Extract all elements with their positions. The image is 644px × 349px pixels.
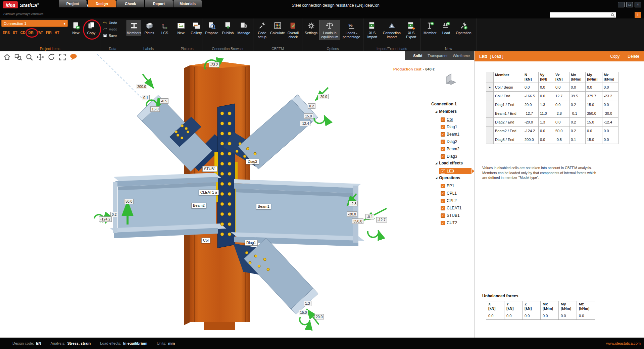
zoom-fit-button[interactable] [58, 53, 67, 61]
info-button[interactable]: i [635, 12, 641, 18]
expander-icon[interactable]: ◢ [435, 162, 437, 165]
new-operation-button[interactable]: Operation [454, 20, 473, 36]
tree-item-le3-selected[interactable]: ✓LE3 [439, 168, 472, 174]
orientation-cube-icon[interactable] [442, 72, 458, 86]
home-view-button[interactable] [3, 53, 11, 61]
code-fir[interactable]: FIR [46, 31, 52, 35]
load-table-row[interactable]: Diag1 / End 20.0 1.3 0.0 0.2 15.0 0.0 [486, 100, 618, 109]
load-table-row[interactable]: Beam1 / End -12.7 11.0 -2.8 -0.1 350.0 -… [486, 109, 618, 118]
load-cell[interactable]: 0.0 [602, 83, 618, 92]
row-selector[interactable] [486, 92, 494, 100]
comment-balloon-button[interactable] [69, 53, 78, 61]
connection-selector[interactable]: Connection 1 ▾ [1, 20, 68, 27]
load-cell-member[interactable]: Beam1 / End [494, 109, 523, 118]
code-st[interactable]: ST [13, 31, 17, 35]
tree-item-cpl1[interactable]: ✓CPL1 [441, 190, 457, 196]
row-selector[interactable] [486, 118, 494, 127]
checkbox-checked-icon[interactable]: ✓ [441, 191, 445, 196]
load-cell[interactable]: 39.5 [569, 92, 586, 100]
code-dr[interactable]: DR [29, 31, 34, 35]
load-cell[interactable]: 0.0 [539, 83, 554, 92]
load-cell-member[interactable]: Diag1 / End [494, 100, 523, 109]
tree-item-ep1[interactable]: ✓EP1 [441, 183, 454, 189]
scene-3d[interactable] [0, 51, 475, 338]
load-table-row[interactable]: Diag3 / End 200.0 0.0 -0.5 0.1 15.0 0.0 [486, 135, 618, 144]
rotate-button[interactable] [47, 53, 56, 61]
load-cell[interactable]: 0.0 [602, 127, 618, 135]
tree-item-cleat1[interactable]: ✓CLEAT1 [441, 205, 461, 211]
checkbox-checked-icon[interactable]: ✓ [441, 125, 445, 129]
checkbox-checked-icon[interactable]: ✓ [441, 154, 445, 159]
load-cell[interactable]: -20.0 [523, 118, 539, 127]
member-beam1[interactable] [231, 179, 364, 246]
load-cell[interactable]: -30.0 [602, 109, 618, 118]
tag-cleat1a[interactable]: CLEAT1 a [199, 190, 219, 195]
load-cell-member[interactable]: Diag3 / End [494, 135, 523, 144]
load-table-row[interactable]: Diag2 / End -20.0 1.3 0.0 0.2 15.0 -12.4 [486, 118, 618, 127]
tree-item-diag1[interactable]: ✓Diag1 [441, 124, 457, 130]
load-cell[interactable]: 0.0 [539, 92, 554, 100]
load-table-row[interactable]: ▸ Col / Begin 0.0 0.0 0.0 0.0 0.0 0.0 [486, 83, 618, 92]
code-setup-button[interactable]: Code setup [255, 20, 269, 40]
tree-connection-1[interactable]: Connection 1 [431, 102, 457, 106]
checkbox-checked-icon[interactable]: ✓ [441, 140, 445, 144]
tree-item-beam1[interactable]: ✓Beam1 [441, 131, 459, 137]
loads-percentage-button[interactable]: %Loads - percentage [341, 20, 362, 40]
tab-materials[interactable]: Materials [174, 0, 202, 7]
tag-diag2[interactable]: Diag2 [246, 159, 259, 164]
load-table-row[interactable]: Beam2 / End -124.2 0.0 50.0 0.2 0.0 0.0 [486, 127, 618, 135]
load-cell[interactable]: 0.0 [586, 127, 602, 135]
code-eps[interactable]: EPS [3, 31, 10, 35]
website-link[interactable]: www.ideastatica.com [606, 341, 641, 345]
row-selector[interactable]: ▸ [486, 83, 494, 92]
view-mode-solid[interactable]: Solid [413, 54, 422, 58]
tree-item-cpl2[interactable]: ✓CPL2 [441, 198, 457, 204]
load-cell[interactable]: 11.0 [539, 109, 554, 118]
row-selector[interactable] [486, 127, 494, 135]
load-table-row[interactable]: Col / End -166.5 0.0 12.7 39.5 379.7 -23… [486, 92, 618, 100]
checkbox-checked-icon[interactable]: ✓ [441, 213, 445, 218]
expander-icon[interactable]: ◢ [435, 177, 437, 180]
lcs-labels-button[interactable]: LCS [157, 20, 172, 36]
load-cell[interactable]: -12.7 [523, 109, 539, 118]
tag-diag1[interactable]: Diag1 [245, 240, 258, 246]
tab-project[interactable]: Project [59, 0, 87, 7]
tag-stub1[interactable]: STUB1 [202, 166, 217, 172]
load-cell[interactable]: 0.0 [523, 83, 539, 92]
checkbox-checked-icon[interactable]: ✓ [441, 221, 445, 225]
load-cell[interactable]: 12.7 [554, 92, 569, 100]
overall-check-button[interactable]: Overall check [286, 20, 301, 40]
load-cell-member[interactable]: Diag2 / End [494, 118, 523, 127]
new-member-button[interactable]: Member [422, 20, 438, 36]
tree-item-cut2[interactable]: ✓CUT2 [441, 220, 457, 226]
view-mode-transparent[interactable]: Transparent [428, 54, 447, 58]
tree-item-diag2[interactable]: ✓Diag2 [441, 139, 457, 145]
code-ht[interactable]: HT [55, 31, 59, 35]
gallery-button[interactable]: Gallery [189, 20, 204, 36]
tree-group-members[interactable]: ◢Members [435, 109, 457, 114]
load-cell[interactable]: 0.0 [602, 100, 618, 109]
tag-beam2[interactable]: Beam2 [191, 203, 206, 208]
load-cell-member[interactable]: Col / End [494, 92, 523, 100]
load-cell[interactable]: 0.2 [569, 118, 586, 127]
tree-item-diag3[interactable]: ✓Diag3 [441, 153, 457, 159]
members-labels-button[interactable]: Members [127, 20, 141, 36]
code-cd[interactable]: CD [20, 31, 25, 35]
save-button[interactable]: Save [102, 33, 118, 38]
checkbox-checked-icon[interactable]: ✓ [441, 169, 445, 173]
close-button[interactable]: × [635, 2, 641, 7]
checkbox-checked-icon[interactable]: ✓ [441, 117, 445, 122]
code-fat[interactable]: FAT [37, 31, 43, 35]
load-cell[interactable]: 0.0 [569, 83, 586, 92]
copy-load-button[interactable]: Copy [610, 54, 620, 59]
load-cell[interactable]: 50.0 [554, 127, 569, 135]
publish-button[interactable]: Publish [220, 20, 235, 36]
load-cell[interactable]: 20.0 [523, 100, 539, 109]
load-cell[interactable]: 379.7 [586, 92, 602, 100]
search-input[interactable] [550, 13, 610, 17]
tab-report[interactable]: Report [145, 0, 173, 7]
load-cell[interactable]: 0.2 [569, 127, 586, 135]
new-load-button[interactable]: Load [439, 20, 454, 36]
tree-group-load-effects[interactable]: ◢Load effects [435, 161, 463, 165]
load-cell[interactable]: 15.0 [586, 118, 602, 127]
